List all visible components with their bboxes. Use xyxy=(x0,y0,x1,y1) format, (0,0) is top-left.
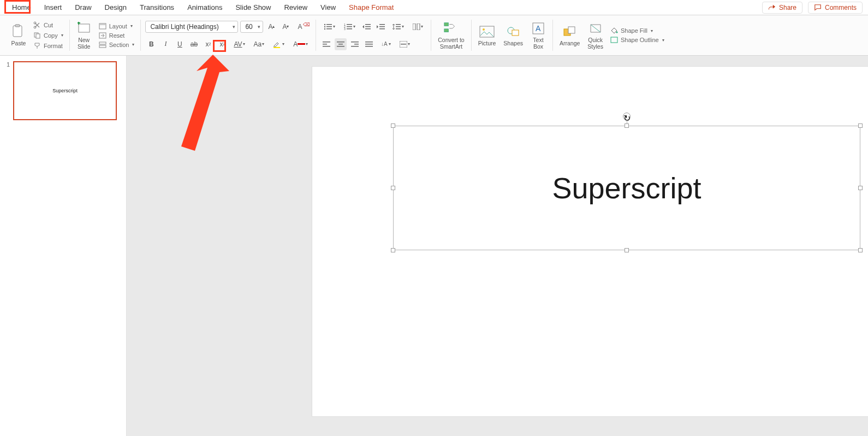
layout-button[interactable]: Layout▾ xyxy=(97,22,136,30)
bold-button[interactable]: B xyxy=(145,38,157,50)
tab-shape-format[interactable]: Shape Format xyxy=(342,1,400,14)
svg-rect-32 xyxy=(396,26,401,27)
textbox-label: Text Box xyxy=(533,37,543,49)
shapes-button[interactable]: Shapes xyxy=(501,23,525,48)
group-arrange: Arrange Quick Styles Shape Fill▾ Shape O… xyxy=(553,15,670,55)
font-color-button[interactable]: A▾ xyxy=(290,38,311,50)
textbox-button[interactable]: AText Box xyxy=(528,20,548,50)
line-spacing-icon xyxy=(393,23,401,30)
text-direction-button[interactable]: ↓A▾ xyxy=(377,38,394,50)
section-button[interactable]: Section▾ xyxy=(97,41,136,49)
quick-styles-button[interactable]: Quick Styles xyxy=(585,20,605,50)
arrange-button[interactable]: Arrange xyxy=(557,23,582,48)
thumbnail-text: Superscript xyxy=(52,88,78,93)
comments-button[interactable]: Comments xyxy=(808,2,863,14)
tab-design[interactable]: Design xyxy=(98,1,133,14)
copy-button[interactable]: Copy▾ xyxy=(32,31,65,40)
char-spacing-button[interactable]: AV▾ xyxy=(230,38,248,50)
shape-outline-button[interactable]: Shape Outline▾ xyxy=(609,36,666,44)
italic-button[interactable]: I xyxy=(159,38,171,50)
justify-button[interactable] xyxy=(363,38,375,50)
new-slide-label: New Slide xyxy=(78,37,90,49)
decrease-font-button[interactable]: A▾ xyxy=(280,21,292,33)
line-spacing-button[interactable]: ▾ xyxy=(389,21,407,33)
font-name-value: Calibri Light (Headings) xyxy=(150,23,218,31)
tab-slideshow[interactable]: Slide Show xyxy=(229,1,277,14)
ribbon: Paste Cut Copy▾ Format New Slide Layout▾… xyxy=(0,15,868,56)
align-left-button[interactable] xyxy=(320,38,332,50)
arrange-label: Arrange xyxy=(560,40,580,46)
shape-fill-button[interactable]: Shape Fill▾ xyxy=(609,27,666,34)
increase-indent-button[interactable] xyxy=(375,21,387,33)
convert-smartart-label: Convert to SmartArt xyxy=(438,37,464,49)
svg-rect-1 xyxy=(15,25,20,27)
shapes-icon xyxy=(506,26,521,38)
change-case-button[interactable]: Aa▾ xyxy=(251,38,268,50)
indent-icon xyxy=(377,23,385,30)
tab-view[interactable]: View xyxy=(314,1,342,14)
share-button[interactable]: Share xyxy=(762,2,802,14)
superscript-button[interactable]: x2 xyxy=(202,38,214,50)
font-size-select[interactable]: 60 xyxy=(240,21,263,33)
slide-canvas-zone[interactable]: ↻ Superscript xyxy=(127,56,868,436)
decrease-indent-button[interactable] xyxy=(361,21,373,33)
resize-handle-se[interactable] xyxy=(858,248,863,252)
svg-rect-56 xyxy=(512,30,519,36)
paste-button[interactable]: Paste xyxy=(9,23,28,48)
align-right-button[interactable] xyxy=(349,38,361,50)
subscript-button[interactable]: x2 xyxy=(216,38,228,50)
svg-point-13 xyxy=(324,23,325,25)
bullets-button[interactable]: ▾ xyxy=(320,21,338,33)
slide-canvas[interactable]: ↻ Superscript xyxy=(312,67,868,416)
tab-transitions[interactable]: Transitions xyxy=(133,1,181,14)
highlight-button[interactable]: ▾ xyxy=(270,38,288,50)
numbering-button[interactable]: 123▾ xyxy=(341,21,359,33)
tab-home[interactable]: Home xyxy=(5,1,38,14)
resize-handle-sw[interactable] xyxy=(391,248,395,252)
underline-button[interactable]: U xyxy=(174,38,186,50)
svg-rect-52 xyxy=(444,29,448,32)
tab-animations[interactable]: Animations xyxy=(181,1,229,14)
increase-font-button[interactable]: A▴ xyxy=(265,21,277,33)
resize-handle-s[interactable] xyxy=(625,248,629,252)
svg-rect-36 xyxy=(323,42,330,43)
svg-rect-62 xyxy=(611,37,617,43)
resize-handle-n[interactable] xyxy=(625,123,629,128)
resize-handle-e[interactable] xyxy=(858,186,863,190)
thumbnail-slot-1[interactable]: 1 Superscript xyxy=(0,61,126,120)
align-center-button[interactable] xyxy=(335,38,347,50)
align-text-button[interactable]: ▾ xyxy=(396,38,413,50)
strikethrough-button[interactable]: ab xyxy=(188,38,200,50)
new-slide-button[interactable]: New Slide xyxy=(74,20,94,50)
resize-handle-nw[interactable] xyxy=(391,123,395,128)
font-name-select[interactable]: Calibri Light (Headings) xyxy=(145,21,238,33)
thumbnail-preview[interactable]: Superscript xyxy=(13,61,117,120)
svg-rect-44 xyxy=(351,46,359,47)
svg-rect-46 xyxy=(365,44,373,45)
thumbnail-number: 1 xyxy=(7,61,10,68)
clear-formatting-button[interactable]: A⌫ xyxy=(294,21,306,33)
title-textbox[interactable]: ↻ Superscript xyxy=(393,126,860,250)
layout-icon xyxy=(99,23,106,30)
title-text[interactable]: Superscript xyxy=(552,171,701,205)
tab-insert[interactable]: Insert xyxy=(38,1,69,14)
resize-handle-w[interactable] xyxy=(391,186,395,190)
share-label: Share xyxy=(779,4,796,11)
reset-button[interactable]: Reset xyxy=(97,32,136,39)
group-slides: New Slide Layout▾ Reset Section▾ xyxy=(70,15,141,55)
cut-button[interactable]: Cut xyxy=(32,21,65,30)
resize-handle-ne[interactable] xyxy=(858,123,863,128)
format-painter-button[interactable]: Format xyxy=(32,42,65,50)
svg-rect-14 xyxy=(326,24,332,25)
group-smartart: Convert to SmartArt xyxy=(431,15,471,55)
slides-mini: Layout▾ Reset Section▾ xyxy=(97,22,136,49)
svg-rect-37 xyxy=(323,44,327,45)
tab-draw[interactable]: Draw xyxy=(68,1,98,14)
svg-rect-5 xyxy=(36,34,40,38)
convert-smartart-button[interactable]: Convert to SmartArt xyxy=(436,20,466,50)
group-font: Calibri Light (Headings) 60 A▴ A▾ A⌫ B I… xyxy=(141,15,316,55)
svg-rect-16 xyxy=(326,26,332,27)
tab-review[interactable]: Review xyxy=(277,1,314,14)
picture-button[interactable]: Picture xyxy=(476,23,498,48)
columns-button[interactable]: ▾ xyxy=(409,21,426,33)
